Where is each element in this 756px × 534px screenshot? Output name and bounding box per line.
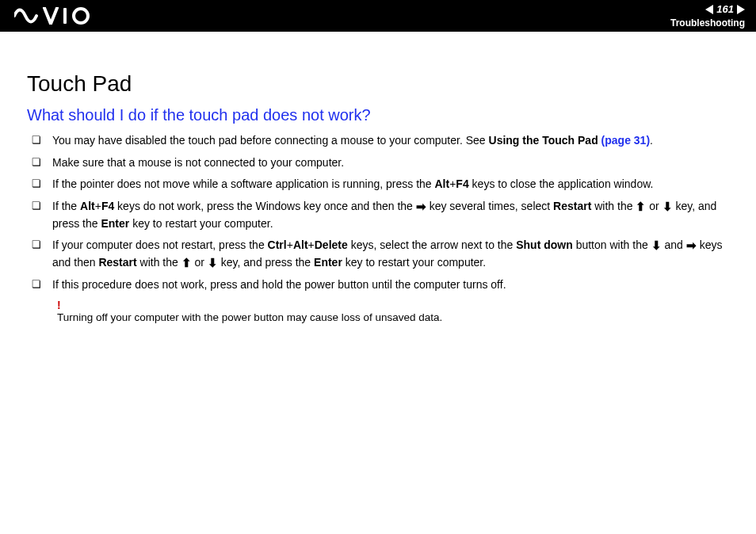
text: or [192,256,208,269]
vaio-logo [14,7,94,25]
text: If this procedure does not work, press a… [52,278,506,291]
key-alt: Alt [293,238,308,251]
text: . [650,134,653,147]
arrow-right-icon: ➡ [416,200,426,212]
text: with the [591,200,636,212]
text: Make sure that a mouse is not connected … [52,156,344,169]
list-item: If the Alt+F4 keys do not work, press th… [27,198,729,232]
page-content: Touch Pad What should I do if the touch … [0,32,756,323]
key-f4: F4 [456,177,468,190]
arrow-up-icon: ⬆ [636,200,646,212]
arrow-up-icon: ⬆ [181,257,192,269]
key-enter: Enter [314,256,342,269]
text: If the [52,200,80,212]
text: and [662,238,686,251]
key-delete: Delete [315,238,348,251]
key-ctrl: Ctrl [268,238,287,251]
text: You may have disabled the touch pad befo… [52,134,489,147]
arrow-right-icon: ➡ [686,239,697,251]
caution-note: ! Turning off your computer with the pow… [27,299,729,323]
text: key to restart your computer. [342,256,486,269]
text: If the pointer does not move while a sof… [52,177,435,190]
text: key to restart your computer. [129,217,273,230]
menu-restart: Restart [553,200,591,212]
page-header: 161 Troubleshooting [0,0,756,32]
text: button with the [573,238,651,251]
troubleshoot-list: You may have disabled the touch pad befo… [27,132,729,294]
text: keys to close the application window. [469,177,654,190]
text: + [308,238,315,251]
list-item: Make sure that a mouse is not connected … [27,154,729,172]
nav-prev-icon[interactable] [705,5,713,14]
text: If your computer does not restart, press… [52,238,268,251]
text: keys, select the arrow next to the [348,238,516,251]
text: key several times, select [426,200,553,212]
key-enter: Enter [101,217,129,230]
button-shutdown: Shut down [516,238,573,251]
arrow-down-icon: ⬇ [651,239,662,251]
header-right: 161 Troubleshooting [670,3,745,29]
text: key, and press the [218,256,314,269]
warning-icon: ! [57,299,729,311]
ref-title: Using the Touch Pad [489,134,601,147]
arrow-down-icon: ⬇ [208,257,218,269]
page-nav: 161 [670,3,745,16]
page-ref-link[interactable]: (page 31) [601,134,650,147]
page-number: 161 [716,3,734,16]
key-alt: Alt [80,200,95,212]
svg-line-1 [51,8,57,24]
list-item: If this procedure does not work, press a… [27,277,729,294]
list-item: If the pointer does not move while a sof… [27,176,729,193]
text: + [287,238,293,251]
list-item: You may have disabled the touch pad befo… [27,132,729,150]
key-alt: Alt [435,177,450,190]
text: with the [137,256,181,269]
text: or [646,200,662,212]
page-title: Touch Pad [27,71,729,97]
menu-restart: Restart [98,256,136,269]
key-f4: F4 [101,200,114,212]
svg-rect-2 [63,8,67,24]
text: + [95,200,101,212]
svg-line-0 [44,8,51,24]
note-text: Turning off your computer with the power… [57,311,442,323]
list-item: If your computer does not restart, press… [27,237,729,271]
question-heading: What should I do if the touch pad does n… [27,106,729,124]
nav-next-icon[interactable] [737,5,745,14]
svg-point-3 [74,9,88,23]
text: keys do not work, press the Windows key … [114,200,416,212]
arrow-down-icon: ⬇ [662,200,673,212]
section-label: Troubleshooting [670,17,745,29]
